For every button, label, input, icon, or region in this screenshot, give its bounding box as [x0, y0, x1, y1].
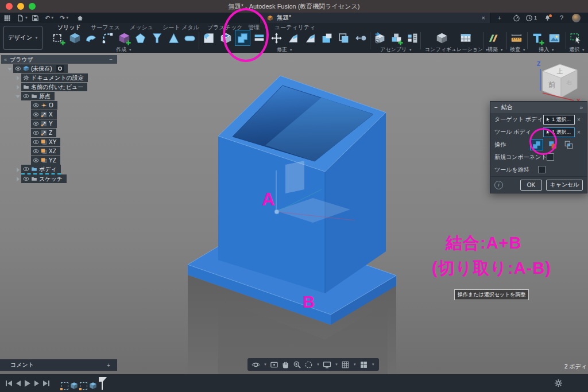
new-component-icon[interactable]: [389, 30, 404, 46]
origin-point[interactable]: [274, 209, 279, 214]
create-form-icon[interactable]: [117, 30, 132, 46]
browser-row-axis-x[interactable]: X: [1, 110, 122, 119]
move-copy-icon[interactable]: [269, 30, 284, 46]
visibility-eye-icon[interactable]: [15, 65, 21, 72]
browser-row-named-views[interactable]: 名前の付いたビュー: [1, 83, 122, 91]
display-settings-icon[interactable]: [323, 360, 331, 369]
joint-list-icon[interactable]: [405, 30, 420, 46]
document-tab-close-icon[interactable]: ×: [482, 14, 485, 21]
visibility-eye-icon[interactable]: [33, 139, 39, 145]
configuration-table-icon[interactable]: [458, 30, 474, 46]
job-status-icon[interactable]: 1: [524, 13, 538, 22]
zoom-icon[interactable]: [293, 360, 301, 369]
browser-row-sketches[interactable]: スケッチ: [1, 174, 122, 183]
browser-header[interactable]: « ブラウザ −: [1, 55, 117, 64]
fillet-icon[interactable]: [201, 30, 216, 46]
browser-row-origin-o[interactable]: O: [1, 101, 122, 110]
select-tool-icon[interactable]: [567, 30, 583, 46]
rib-icon[interactable]: [166, 30, 181, 46]
timeline-sketch2-feature[interactable]: [80, 382, 87, 390]
document-tab[interactable]: 無題* ×: [260, 13, 490, 23]
expand-closed-icon[interactable]: [15, 75, 21, 81]
scale-icon[interactable]: [302, 30, 318, 46]
loft-icon[interactable]: [133, 30, 148, 46]
viewports-icon[interactable]: [359, 360, 368, 369]
browser-row-axis-z[interactable]: Z: [1, 129, 122, 137]
visibility-eye-icon[interactable]: [23, 93, 29, 99]
redo-button[interactable]: ↷▼: [57, 13, 71, 22]
extrude-icon[interactable]: [67, 30, 83, 46]
draft-icon[interactable]: [285, 30, 301, 46]
pipe-icon[interactable]: [182, 30, 198, 46]
sweep-icon[interactable]: [100, 30, 115, 46]
new-tab-button[interactable]: +: [494, 13, 505, 22]
visibility-eye-icon[interactable]: [33, 157, 39, 164]
activate-component-radio[interactable]: [56, 65, 64, 72]
create-sketch-icon[interactable]: [51, 30, 66, 46]
extensions-gauge-icon[interactable]: [511, 13, 521, 22]
ok-button[interactable]: OK: [520, 180, 542, 191]
browser-row-root[interactable]: (未保存): [1, 64, 122, 73]
origin-plane-xz[interactable]: [285, 161, 304, 193]
timeline-settings-gear-icon[interactable]: [554, 379, 563, 387]
insert-text-icon[interactable]: [529, 30, 545, 46]
replace-face-icon[interactable]: [353, 30, 369, 46]
timeline-step-back-button[interactable]: [16, 381, 21, 386]
browser-minimize-icon[interactable]: −: [109, 56, 113, 63]
look-at-icon[interactable]: [270, 360, 278, 369]
notifications-bell-icon[interactable]: [542, 13, 552, 22]
help-button[interactable]: ?: [556, 13, 567, 22]
timeline-sketch1-feature[interactable]: [61, 382, 68, 390]
browser-row-plane-xy[interactable]: XY: [1, 138, 122, 146]
visibility-eye-icon[interactable]: [33, 130, 39, 136]
browser-row-axis-y[interactable]: Y: [1, 119, 122, 128]
press-pull-icon[interactable]: [319, 30, 335, 46]
target-body-select-button[interactable]: 1 選択...: [543, 115, 575, 125]
revolve-icon[interactable]: [83, 30, 99, 46]
insert-image-icon[interactable]: [546, 30, 562, 46]
configure-icon[interactable]: [434, 30, 450, 46]
browser-row-document-settings[interactable]: ドキュメントの設定: [1, 73, 122, 82]
comments-panel[interactable]: コメント +: [0, 359, 117, 371]
browser-row-bodies[interactable]: ボディ: [1, 165, 122, 174]
timeline-go-end-button[interactable]: [43, 381, 49, 386]
browser-row-plane-xz[interactable]: XZ: [1, 147, 122, 156]
info-icon[interactable]: i: [494, 181, 503, 189]
operation-intersect-icon[interactable]: [562, 139, 575, 150]
save-button[interactable]: [30, 13, 40, 22]
visibility-eye-icon[interactable]: [23, 166, 29, 172]
expand-open-icon[interactable]: [7, 66, 13, 72]
user-avatar[interactable]: [571, 13, 581, 22]
dialog-more-icon[interactable]: »: [579, 104, 583, 111]
tool-clear-icon[interactable]: ×: [575, 129, 583, 135]
fit-icon[interactable]: [304, 360, 313, 369]
hole-icon[interactable]: [149, 30, 165, 46]
app-grid-button[interactable]: [2, 13, 12, 22]
timeline-play-button[interactable]: [25, 380, 30, 387]
construct-plane-icon[interactable]: [486, 30, 502, 46]
expand-closed-icon[interactable]: [15, 167, 21, 173]
insert-derive-icon[interactable]: [372, 30, 388, 46]
expand-open-icon[interactable]: [15, 94, 21, 99]
timeline-step-forward-button[interactable]: [34, 381, 39, 386]
timeline-extrude2-feature[interactable]: [89, 382, 97, 390]
file-menu-button[interactable]: ▼: [15, 13, 30, 22]
orbit-icon[interactable]: [252, 360, 260, 369]
target-clear-icon[interactable]: ×: [575, 117, 583, 123]
timeline-position-marker[interactable]: [99, 377, 105, 390]
offset-face-icon[interactable]: [336, 30, 351, 46]
pan-hand-icon[interactable]: [281, 360, 290, 369]
timeline-go-start-button[interactable]: [6, 381, 12, 386]
viewport-3d[interactable]: « ブラウザ − (未保存) ドキュメントの設定: [0, 53, 588, 392]
add-comment-button[interactable]: +: [107, 362, 110, 368]
expand-closed-icon[interactable]: [15, 176, 21, 182]
grid-settings-icon[interactable]: [341, 360, 350, 369]
visibility-eye-icon[interactable]: [33, 102, 39, 108]
visibility-eye-icon[interactable]: [33, 111, 39, 118]
workspace-selector[interactable]: デザイン▼: [3, 26, 42, 50]
dialog-collapse-icon[interactable]: −: [494, 104, 498, 111]
timeline-extrude1-feature[interactable]: [70, 382, 78, 390]
expand-closed-icon[interactable]: [15, 84, 21, 90]
visibility-eye-icon[interactable]: [33, 121, 39, 127]
visibility-eye-icon[interactable]: [33, 148, 39, 154]
